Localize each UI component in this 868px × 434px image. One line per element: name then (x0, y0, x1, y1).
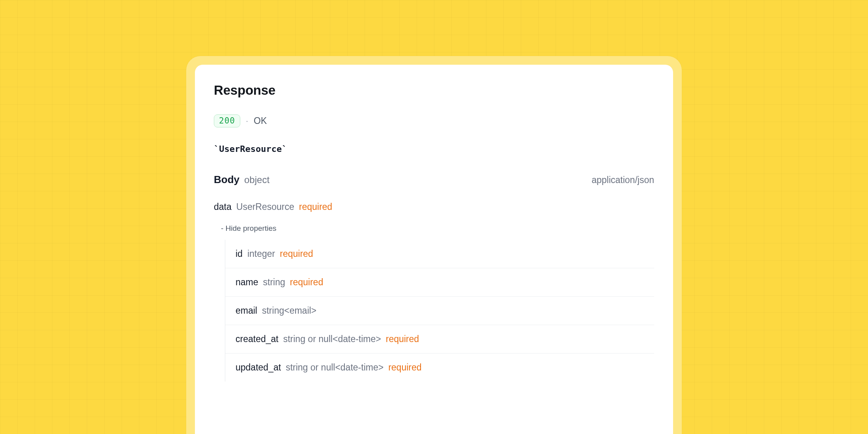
data-required-tag: required (299, 202, 332, 212)
content-type-label: application/json (591, 175, 654, 185)
response-heading: Response (214, 83, 654, 98)
hide-properties-toggle[interactable]: - Hide properties (221, 224, 654, 233)
property-row: updated_at string or null<date-time> req… (225, 354, 654, 382)
data-field-name: data (214, 202, 232, 212)
property-row: name string required (225, 268, 654, 297)
property-required-tag: required (290, 277, 323, 288)
property-name: name (236, 277, 258, 288)
property-type: string (263, 277, 285, 288)
property-type: string or null<date-time> (283, 334, 381, 344)
property-name: id (236, 249, 243, 259)
property-required-tag: required (280, 249, 313, 259)
properties-list: id integer required name string required… (225, 240, 654, 382)
body-label: Body (214, 174, 239, 186)
property-row: email string<email> (225, 297, 654, 325)
property-name: updated_at (236, 362, 281, 373)
status-text: OK (254, 116, 267, 126)
property-required-tag: required (388, 362, 421, 373)
body-header-left: Body object (214, 174, 269, 186)
data-field-type: UserResource (236, 202, 294, 212)
body-header-row: Body object application/json (214, 174, 654, 186)
property-type: string<email> (262, 305, 316, 316)
property-name: created_at (236, 334, 279, 344)
property-row: created_at string or null<date-time> req… (225, 325, 654, 354)
doc-panel-inner: Response 200 · OK `UserResource` Body ob… (195, 65, 673, 434)
doc-panel-outer: Response 200 · OK `UserResource` Body ob… (186, 56, 682, 434)
property-type: string or null<date-time> (286, 362, 383, 373)
property-required-tag: required (386, 334, 419, 344)
status-code-badge: 200 (214, 114, 240, 127)
body-type: object (244, 174, 269, 185)
property-name: email (236, 305, 257, 316)
data-field-row: data UserResource required (214, 202, 654, 212)
status-separator-dot: · (246, 117, 248, 125)
property-type: integer (247, 249, 275, 259)
property-row: id integer required (225, 240, 654, 268)
resource-name-code: `UserResource` (214, 144, 654, 154)
status-row: 200 · OK (214, 114, 654, 127)
